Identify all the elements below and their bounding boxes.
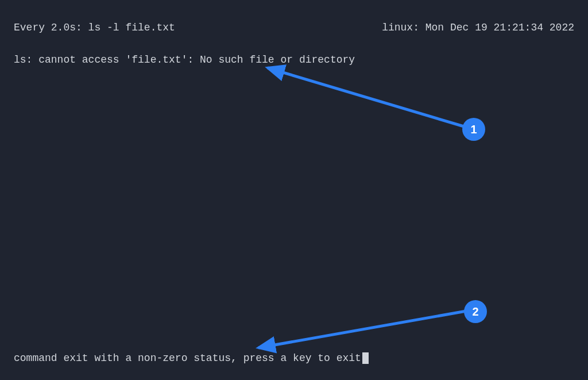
terminal-window: Every 2.0s: ls -l file.txt linux: Mon De… [0, 0, 588, 380]
watch-exit-prompt[interactable]: command exit with a non-zero status, pre… [14, 352, 369, 364]
command-output-error: ls: cannot access 'file.txt': No such fi… [14, 54, 355, 66]
terminal-cursor [362, 352, 369, 364]
watch-interval-command: Every 2.0s: ls -l file.txt [14, 22, 175, 33]
watch-header: Every 2.0s: ls -l file.txt linux: Mon De… [14, 22, 574, 33]
svg-line-3 [258, 311, 466, 348]
annotation-badge-1: 1 [462, 118, 485, 141]
annotation-badge-2: 2 [464, 300, 487, 323]
watch-host-timestamp: linux: Mon Dec 19 21:21:34 2022 [382, 22, 574, 33]
exit-prompt-text: command exit with a non-zero status, pre… [14, 352, 361, 364]
svg-line-1 [268, 68, 464, 126]
